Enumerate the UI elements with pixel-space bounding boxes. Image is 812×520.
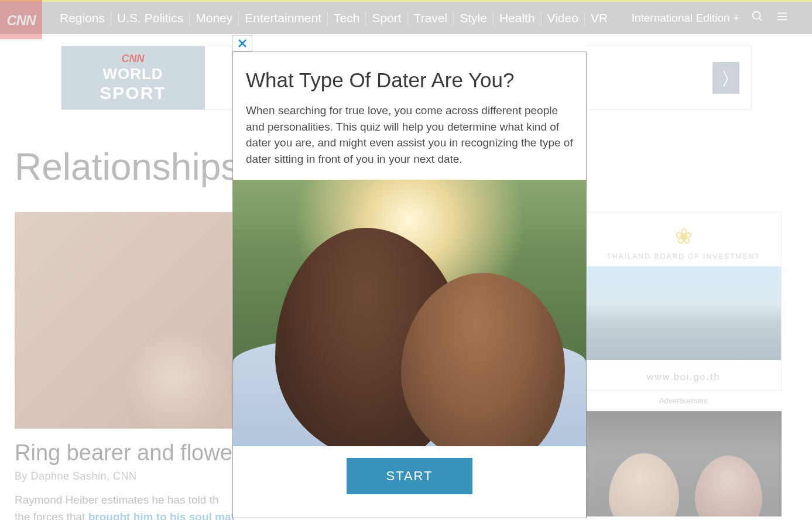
sidebar-ad-couple[interactable] xyxy=(585,411,782,516)
modal-description: When searching for true love, you come a… xyxy=(233,102,586,180)
modal-title: What Type Of Dater Are You? xyxy=(233,69,586,102)
boi-logo-icon: ❀ xyxy=(675,224,693,249)
svg-point-0 xyxy=(753,12,760,19)
nav-video[interactable]: Video xyxy=(542,11,585,25)
nav-money[interactable]: Money xyxy=(190,11,239,25)
nav-entertainment[interactable]: Entertainment xyxy=(239,11,328,25)
article-body-line1: Raymond Heiber estimates he has told th xyxy=(15,494,219,506)
article-body-line2: the forces that xyxy=(15,511,88,521)
article-inline-link[interactable]: brought him to his soul mat xyxy=(88,511,235,521)
banner-line2: SPORT xyxy=(100,83,166,103)
nav-us-politics[interactable]: U.S. Politics xyxy=(111,11,190,25)
banner-next-arrow-icon[interactable]: 〉 xyxy=(712,62,739,94)
banner-ad-logo: CNN WORLD SPORT xyxy=(61,46,205,110)
advertisement-label: Advertisement xyxy=(585,396,782,405)
banner-cnn-text: CNN xyxy=(122,53,145,65)
cnn-logo[interactable]: CNN xyxy=(0,0,42,39)
search-icon[interactable] xyxy=(751,10,764,26)
svg-line-1 xyxy=(759,18,762,21)
nav-vr[interactable]: VR xyxy=(585,11,614,25)
modal-body: What Type Of Dater Are You? When searchi… xyxy=(232,52,587,518)
nav-sport[interactable]: Sport xyxy=(366,11,407,25)
nav-style[interactable]: Style xyxy=(454,11,494,25)
nav-regions[interactable]: Regions xyxy=(54,11,111,25)
top-nav-bar: CNN Regions U.S. Politics Money Entertai… xyxy=(0,0,812,34)
nav-links: Regions U.S. Politics Money Entertainmen… xyxy=(54,11,614,25)
close-icon xyxy=(238,39,247,48)
modal-close-button[interactable] xyxy=(232,35,252,52)
sidebar-ad-boi[interactable]: ❀ THAILAND BOARD OF INVESTMENT www.boi.g… xyxy=(585,212,782,391)
quiz-modal: What Type Of Dater Are You? When searchi… xyxy=(232,35,587,518)
modal-couple-image xyxy=(233,180,586,446)
boi-title: THAILAND BOARD OF INVESTMENT xyxy=(607,252,760,261)
hamburger-menu-icon[interactable] xyxy=(776,10,789,26)
start-button[interactable]: START xyxy=(347,458,472,494)
top-nav-right: International Edition + xyxy=(632,10,789,26)
nav-tech[interactable]: Tech xyxy=(328,11,366,25)
boi-image xyxy=(586,266,781,360)
boi-url: www.boi.go.th xyxy=(647,372,721,382)
edition-selector[interactable]: International Edition + xyxy=(632,12,739,25)
banner-line1: WORLD xyxy=(102,65,163,83)
nav-travel[interactable]: Travel xyxy=(408,11,454,25)
nav-health[interactable]: Health xyxy=(494,11,542,25)
right-sidebar: ❀ THAILAND BOARD OF INVESTMENT www.boi.g… xyxy=(585,212,782,520)
